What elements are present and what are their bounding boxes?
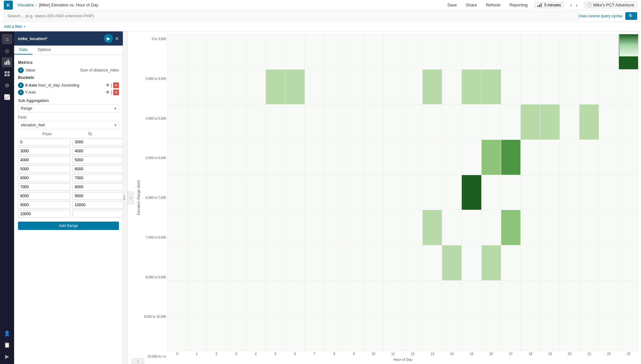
collapse-sidebar-button[interactable]: ‹ — [128, 191, 134, 204]
heatmap-cell-8-6[interactable] — [285, 316, 305, 351]
heatmap-cell-0-7[interactable] — [305, 34, 325, 70]
heatmap-cell-7-10[interactable] — [364, 280, 383, 316]
heatmap-cell-6-3[interactable] — [226, 245, 246, 280]
heatmap-cell-4-5[interactable] — [266, 175, 285, 210]
heatmap-cell-5-0[interactable] — [168, 210, 187, 245]
heatmap-cell-0-14[interactable] — [442, 34, 462, 70]
heatmap-cell-8-13[interactable] — [423, 316, 442, 351]
heatmap-cell-7-7[interactable] — [305, 280, 325, 316]
close-panel-button[interactable]: ✕ — [115, 36, 119, 42]
heatmap-cell-5-11[interactable] — [383, 210, 403, 245]
heatmap-cell-7-22[interactable] — [599, 280, 619, 316]
heatmap-cell-5-15[interactable] — [462, 210, 481, 245]
sidebar-resize-handle[interactable] — [123, 31, 128, 364]
heatmap-cell-3-11[interactable] — [383, 140, 403, 175]
heatmap-cell-2-23[interactable] — [619, 105, 638, 140]
heatmap-cell-8-16[interactable] — [481, 316, 501, 351]
nav-monitor-icon[interactable]: 📈 — [2, 92, 12, 102]
heatmap-cell-6-13[interactable] — [423, 245, 442, 280]
heatmap-cell-7-3[interactable] — [226, 280, 246, 316]
heatmap-cell-2-18[interactable] — [520, 105, 540, 140]
heatmap-cell-0-5[interactable] — [266, 34, 285, 70]
heatmap-cell-6-6[interactable] — [285, 245, 305, 280]
range-7-from[interactable] — [18, 201, 71, 209]
heatmap-cell-0-0[interactable] — [168, 34, 187, 70]
heatmap-cell-3-23[interactable] — [619, 140, 638, 175]
heatmap-cell-6-18[interactable] — [520, 245, 540, 280]
heatmap-cell-3-8[interactable] — [325, 140, 344, 175]
heatmap-cell-0-8[interactable] — [325, 34, 344, 70]
heatmap-cell-1-11[interactable] — [383, 69, 403, 105]
heatmap-cell-4-9[interactable] — [344, 175, 364, 210]
range-5-from[interactable] — [18, 183, 71, 191]
heatmap-cell-0-12[interactable] — [403, 34, 422, 70]
heatmap-cell-1-9[interactable] — [344, 69, 364, 105]
heatmap-cell-7-2[interactable] — [207, 280, 226, 316]
heatmap-cell-2-0[interactable] — [168, 105, 187, 140]
heatmap-cell-2-11[interactable] — [383, 105, 403, 140]
heatmap-cell-4-23[interactable] — [619, 175, 638, 210]
heatmap-cell-5-12[interactable] — [403, 210, 422, 245]
heatmap-cell-5-14[interactable] — [442, 210, 462, 245]
heatmap-cell-5-10[interactable] — [364, 210, 383, 245]
heatmap-cell-6-16[interactable] — [481, 245, 501, 280]
heatmap-cell-2-5[interactable] — [266, 105, 285, 140]
heatmap-cell-7-18[interactable] — [520, 280, 540, 316]
heatmap-cell-4-21[interactable] — [579, 175, 599, 210]
heatmap-cell-7-17[interactable] — [501, 280, 520, 316]
heatmap-cell-1-8[interactable] — [325, 69, 344, 105]
yaxis-edit-icon[interactable]: | — [111, 90, 112, 95]
heatmap-cell-6-8[interactable] — [325, 245, 344, 280]
range-1-from[interactable] — [18, 147, 71, 155]
search-button[interactable]: 🔍 — [625, 12, 637, 20]
heatmap-cell-4-22[interactable] — [599, 175, 619, 210]
heatmap-cell-2-14[interactable] — [442, 105, 462, 140]
heatmap-cell-0-13[interactable] — [423, 34, 442, 70]
heatmap-cell-5-17[interactable] — [501, 210, 520, 245]
heatmap-cell-5-4[interactable] — [246, 210, 266, 245]
tab-data[interactable]: Data — [14, 46, 32, 55]
heatmap-cell-0-21[interactable] — [579, 34, 599, 70]
heatmap-cell-2-12[interactable] — [403, 105, 422, 140]
heatmap-cell-5-3[interactable] — [226, 210, 246, 245]
heatmap-cell-0-15[interactable] — [462, 34, 481, 70]
nav-next-button[interactable]: › — [575, 2, 579, 8]
heatmap-cell-8-10[interactable] — [364, 316, 383, 351]
heatmap-cell-8-1[interactable] — [187, 316, 207, 351]
heatmap-cell-7-4[interactable] — [246, 280, 266, 316]
heatmap-cell-6-14[interactable] — [442, 245, 462, 280]
heatmap-cell-1-18[interactable] — [520, 69, 540, 105]
heatmap-cell-0-4[interactable] — [246, 34, 266, 70]
heatmap-cell-4-0[interactable] — [168, 175, 187, 210]
heatmap-cell-2-1[interactable] — [187, 105, 207, 140]
heatmap-cell-2-20[interactable] — [560, 105, 579, 140]
workspace-selector[interactable]: 🕐 Mike's PCT Adventure — [584, 2, 637, 8]
sub-agg-select[interactable]: Range — [18, 104, 119, 113]
heatmap-cell-8-3[interactable] — [226, 316, 246, 351]
heatmap-cell-6-11[interactable] — [383, 245, 403, 280]
heatmap-cell-6-12[interactable] — [403, 245, 422, 280]
heatmap-cell-6-7[interactable] — [305, 245, 325, 280]
heatmap-cell-5-5[interactable] — [266, 210, 285, 245]
heatmap-cell-7-20[interactable] — [560, 280, 579, 316]
yaxis-badge[interactable]: Y — [18, 89, 24, 95]
heatmap-cell-6-21[interactable] — [579, 245, 599, 280]
heatmap-cell-8-11[interactable] — [383, 316, 403, 351]
range-4-to[interactable] — [72, 174, 123, 182]
heatmap-cell-0-22[interactable] — [599, 34, 619, 70]
heatmap-cell-7-5[interactable] — [266, 280, 285, 316]
heatmap-cell-0-6[interactable] — [285, 34, 305, 70]
heatmap-cell-4-19[interactable] — [540, 175, 560, 210]
heatmap-cell-2-3[interactable] — [226, 105, 246, 140]
heatmap-cell-5-19[interactable] — [540, 210, 560, 245]
heatmap-cell-4-13[interactable] — [423, 175, 442, 210]
heatmap-cell-1-14[interactable] — [442, 69, 462, 105]
heatmap-cell-4-14[interactable] — [442, 175, 462, 210]
heatmap-cell-2-13[interactable] — [423, 105, 442, 140]
yaxis-eye-icon[interactable]: 👁 — [105, 90, 110, 95]
heatmap-cell-6-22[interactable] — [599, 245, 619, 280]
heatmap-cell-3-15[interactable] — [462, 140, 481, 175]
heatmap-cell-2-2[interactable] — [207, 105, 226, 140]
heatmap-cell-5-6[interactable] — [285, 210, 305, 245]
refresh-button[interactable]: Refresh — [484, 2, 502, 8]
